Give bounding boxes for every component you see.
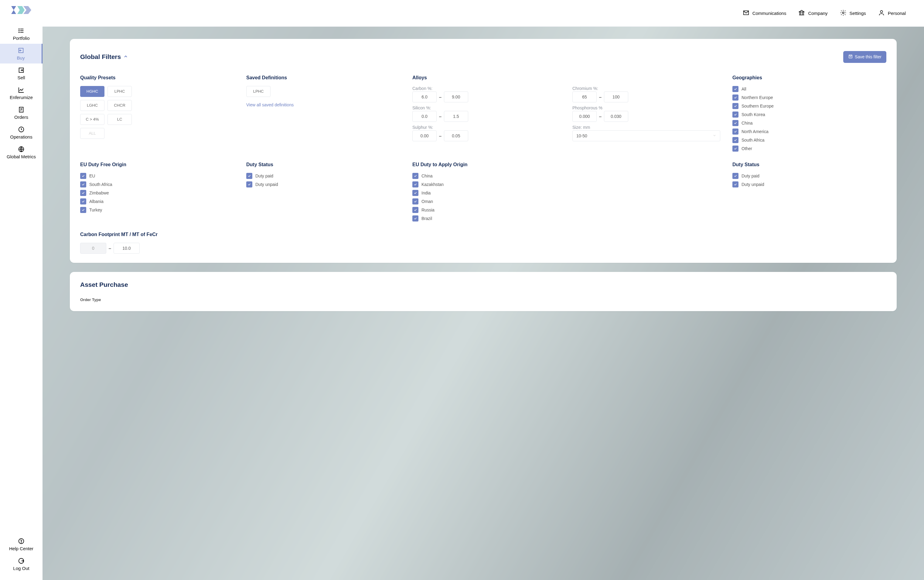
preset-hghc[interactable]: HGHC (80, 86, 104, 97)
checkbox[interactable] (80, 190, 86, 196)
list-icon (18, 27, 25, 35)
chromium-min-input[interactable] (572, 91, 597, 102)
checkbox-label: South Korea (742, 112, 765, 117)
topnav-label: Communications (753, 11, 786, 16)
geography-item[interactable]: Southern Europe (732, 103, 886, 109)
sidebar-item-enferumize[interactable]: Enferumize (0, 83, 43, 103)
duty-free-origin-item[interactable]: Albania (80, 198, 234, 204)
checkbox[interactable] (732, 181, 738, 188)
checkbox[interactable] (413, 190, 418, 196)
sidebar-item-global-metrics[interactable]: Global Metrics (0, 142, 43, 162)
checkbox[interactable] (413, 216, 418, 221)
checkbox[interactable] (732, 94, 738, 101)
duty-free-origin-item[interactable]: South Africa (80, 181, 234, 188)
topnav-company[interactable]: Company (798, 10, 827, 17)
checkbox[interactable] (246, 173, 252, 179)
geography-item[interactable]: Northern Europe (732, 94, 886, 101)
duty-free-origin-item[interactable]: Zimbabwe (80, 190, 234, 196)
size-label: Size: mm (572, 125, 720, 130)
phosphorous-min-input[interactable] (572, 111, 597, 122)
chevron-up-icon (123, 53, 128, 61)
save-filter-button[interactable]: Save this filter (843, 51, 886, 63)
duty-apply-origin-item[interactable]: Russia (413, 207, 720, 213)
sidebar-item-portfolio[interactable]: Portfolio (0, 24, 43, 44)
duty-apply-origin-item[interactable]: China (413, 173, 720, 179)
checkbox[interactable] (413, 198, 418, 204)
checkbox[interactable] (80, 181, 86, 188)
checkbox[interactable] (732, 86, 738, 92)
checkbox[interactable] (732, 173, 738, 179)
sidebar-item-sell[interactable]: Sell (0, 64, 43, 83)
sidebar-item-operations[interactable]: Operations (0, 123, 43, 142)
user-icon (878, 10, 885, 17)
sidebar-item-orders[interactable]: Orders (0, 103, 43, 123)
sidebar-item-log-out[interactable]: Log Out (0, 554, 43, 574)
carbon-min-input[interactable] (413, 91, 437, 102)
carbon-max-input[interactable] (444, 91, 468, 102)
checkbox[interactable] (413, 181, 418, 188)
geography-item[interactable]: South Korea (732, 112, 886, 118)
geographies-section: Geographies AllNorthern EuropeSouthern E… (732, 75, 886, 152)
preset-lc[interactable]: LC (107, 114, 132, 125)
silicon-min-input[interactable] (413, 111, 437, 122)
size-select[interactable]: 10-50 (572, 130, 720, 141)
geography-item[interactable]: All (732, 86, 886, 92)
duty-free-origin-item[interactable]: EU (80, 173, 234, 179)
svg-point-4 (19, 30, 20, 31)
chromium-max-input[interactable] (604, 91, 628, 102)
checkbox[interactable] (413, 173, 418, 179)
svg-point-24 (842, 12, 844, 14)
footprint-max-input[interactable] (113, 243, 140, 254)
checkbox-label: India (421, 191, 431, 195)
silicon-max-input[interactable] (444, 111, 468, 122)
sidebar-item-buy[interactable]: Buy (0, 44, 43, 64)
duty-apply-origin-item[interactable]: Brazil (413, 216, 720, 221)
topnav-settings[interactable]: Settings (840, 10, 866, 17)
sulphur-min-input[interactable] (413, 130, 437, 141)
phosphorous-max-input[interactable] (604, 111, 628, 122)
geography-item[interactable]: Other (732, 145, 886, 152)
topnav-communications[interactable]: Communications (743, 10, 786, 17)
duty-status-item[interactable]: Duty paid (246, 173, 400, 179)
preset-lphc[interactable]: LPHC (107, 86, 132, 97)
checkbox[interactable] (732, 129, 738, 135)
checkbox[interactable] (80, 173, 86, 179)
sidebar-item-help-center[interactable]: Help Center (0, 534, 43, 554)
duty-status-item[interactable]: Duty unpaid (246, 181, 400, 188)
duty-apply-origin-item[interactable]: India (413, 190, 720, 196)
duty-apply-origin-item[interactable]: Oman (413, 198, 720, 204)
global-filters-title[interactable]: Global Filters (80, 53, 128, 61)
checkbox[interactable] (80, 198, 86, 204)
checkbox[interactable] (80, 207, 86, 213)
checkbox[interactable] (732, 145, 738, 152)
sulphur-max-input[interactable] (444, 130, 468, 141)
duty-apply-origin-item[interactable]: Kazakhstan (413, 181, 720, 188)
preset-all[interactable]: ALL (80, 128, 104, 139)
preset-lghc[interactable]: LGHC (80, 100, 104, 111)
sidebar-item-label: Global Metrics (7, 154, 36, 159)
checkbox[interactable] (732, 120, 738, 126)
save-icon (848, 54, 853, 60)
duty-status-item[interactable]: Duty unpaid (732, 181, 886, 188)
svg-point-16 (21, 542, 21, 543)
checkbox[interactable] (413, 207, 418, 213)
preset-chcr[interactable]: CHCR (107, 100, 132, 111)
saved-def-lphc[interactable]: LPHC (246, 86, 271, 97)
topnav-personal[interactable]: Personal (878, 10, 906, 17)
checkbox-label: Other (742, 146, 752, 151)
geography-item[interactable]: China (732, 120, 886, 126)
quality-presets-section: Quality Presets HGHC LPHC LGHC CHCR C > … (80, 75, 234, 152)
checkbox[interactable] (246, 181, 252, 188)
geography-item[interactable]: North America (732, 129, 886, 135)
checkbox-label: South Africa (742, 138, 765, 142)
checkbox[interactable] (732, 112, 738, 118)
duty-free-origin-item[interactable]: Turkey (80, 207, 234, 213)
checkbox[interactable] (732, 137, 738, 143)
geography-item[interactable]: South Africa (732, 137, 886, 143)
checkbox[interactable] (732, 103, 738, 109)
view-all-definitions-link[interactable]: View all saved definitions (246, 102, 294, 107)
preset-c4[interactable]: C > 4% (80, 114, 104, 125)
section-title: Saved Definitions (246, 75, 400, 81)
duty-status-item[interactable]: Duty paid (732, 173, 886, 179)
duty-status-2-section: Duty Status Duty paidDuty unpaid (732, 162, 886, 221)
